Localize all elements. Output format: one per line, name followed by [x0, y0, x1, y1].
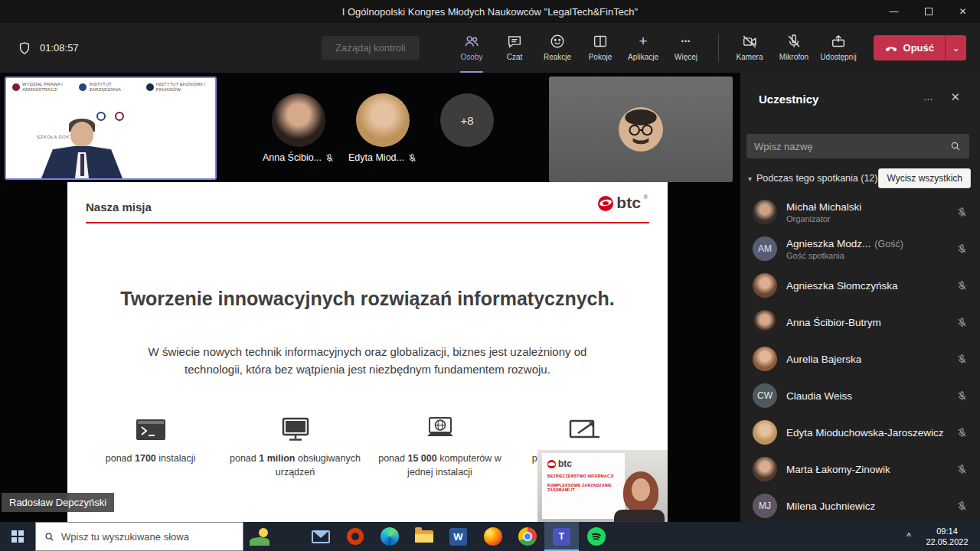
- participant-row[interactable]: CW Claudia Weiss: [740, 377, 980, 414]
- participant-meta: Aurelia Bajerska: [786, 354, 950, 365]
- hangup-phone-icon: [884, 41, 898, 55]
- avatar: [753, 347, 777, 371]
- leave-options-chevron[interactable]: ⌄: [945, 35, 966, 60]
- participant-row[interactable]: Edyta Mioduchowska-Jaroszewicz: [740, 414, 980, 451]
- participant-video-tile[interactable]: [549, 77, 733, 182]
- mic-off-icon[interactable]: [956, 207, 968, 218]
- participant-search: [746, 134, 969, 158]
- participant-search-input[interactable]: [754, 141, 949, 152]
- participant-row[interactable]: AM Agnieszka Modz... (Gość) Gość spotkan…: [740, 230, 980, 267]
- leave-button-group: Opuść ⌄: [874, 35, 966, 60]
- people-icon: [463, 33, 480, 50]
- avatar-initials: CW: [753, 383, 777, 408]
- participant-bubble-anna[interactable]: [272, 93, 325, 147]
- presenter-webcam-overlay[interactable]: btc BEZPIECZEŃSTWO INFORMACJI KOMPLEKSOW…: [537, 450, 668, 522]
- tab-chat[interactable]: Czat: [493, 23, 536, 73]
- taskbar-edge-icon[interactable]: [372, 522, 407, 551]
- participant-row[interactable]: Agnieszka Słomczyńska: [740, 267, 980, 304]
- taskbar-firefox-icon[interactable]: [475, 522, 510, 551]
- taskbar-word-icon[interactable]: W: [441, 522, 475, 551]
- panel-more-button[interactable]: …: [923, 91, 934, 103]
- taskbar-clock[interactable]: 09:14 22.05.2022: [919, 526, 980, 548]
- person-head: [70, 122, 93, 147]
- leave-label: Opuść: [903, 42, 934, 54]
- mic-off-icon[interactable]: [956, 427, 968, 439]
- taskbar-chrome-icon[interactable]: [510, 522, 544, 551]
- taskbar-office-icon[interactable]: [338, 522, 372, 551]
- taskbar-spotify-icon[interactable]: [579, 522, 613, 551]
- taskbar-file-explorer-icon[interactable]: [407, 522, 441, 551]
- tab-reactions[interactable]: Reakcje: [536, 23, 579, 73]
- maximize-button[interactable]: [911, 0, 946, 23]
- participant-row[interactable]: Marta Łakomy-Zinowik: [740, 451, 980, 487]
- logo-group: INSTYTUT ZARZĄDZANIA: [79, 82, 142, 93]
- presenter-person: [614, 471, 665, 522]
- close-button[interactable]: ✕: [946, 0, 980, 23]
- participant-name: Michał Michalski: [786, 201, 861, 213]
- participant-name: Marta Łakomy-Zinowik: [786, 464, 890, 475]
- slide-title: Tworzenie innowacyjnych rozwiązań inform…: [90, 288, 645, 310]
- camera-toggle-button[interactable]: Kamera: [727, 23, 772, 73]
- section-label: Podczas tego spotkania (12): [756, 173, 878, 184]
- registered-mark: ®: [644, 194, 648, 200]
- breakout-rooms-icon: [592, 33, 609, 50]
- participant-row[interactable]: MJ Milena Juchniewicz: [740, 487, 980, 524]
- taskbar-search-input[interactable]: [61, 531, 235, 543]
- shared-presentation-slide: Nasza misja btc ® Tworzenie innowacyjnyc…: [67, 182, 668, 522]
- mute-all-button[interactable]: Wycisz wszystkich: [878, 168, 971, 188]
- guest-tag: (Gość): [874, 239, 903, 249]
- minimize-button[interactable]: —: [877, 0, 911, 23]
- microphone-toggle-button[interactable]: Mikrofon: [772, 23, 816, 73]
- teams-meeting-window: I Ogólnopolski Kongres Młodych Naukowców…: [0, 0, 980, 551]
- search-icon: [44, 531, 55, 543]
- bubble-name-row: Anna Ścibio...: [256, 152, 341, 163]
- tab-people[interactable]: Osoby: [450, 23, 493, 73]
- request-control-button[interactable]: Zażądaj kontroli: [322, 36, 420, 60]
- btc-brand-text: btc: [558, 458, 572, 469]
- search-icon[interactable]: [949, 140, 962, 152]
- more-icon: •••: [681, 33, 691, 50]
- tab-more[interactable]: ••• Więcej: [665, 23, 707, 73]
- start-button[interactable]: [0, 522, 35, 551]
- slide-body-text: W świecie nowych technik informacyjnych …: [138, 343, 597, 379]
- avatar: [619, 107, 663, 152]
- mic-off-icon[interactable]: [956, 317, 968, 328]
- tab-apps[interactable]: + Aplikacje: [622, 23, 665, 73]
- participant-meta: Agnieszka Modz... (Gość) Gość spotkania: [786, 238, 950, 260]
- mic-off-icon[interactable]: [956, 500, 968, 512]
- taskbar-mail-icon[interactable]: [303, 522, 338, 551]
- participant-row[interactable]: Michał Michalski Organizator: [740, 194, 980, 230]
- mic-off-icon[interactable]: [956, 354, 968, 365]
- panel-close-button[interactable]: ✕: [950, 90, 960, 104]
- tab-rooms[interactable]: Pokoje: [579, 23, 622, 73]
- leave-button[interactable]: Opuść: [874, 35, 945, 60]
- mic-off-icon[interactable]: [956, 464, 968, 475]
- meeting-toolbar: 01:08:57 Zażądaj kontroli Osoby Czat R: [0, 23, 980, 73]
- weather-widget[interactable]: [243, 522, 276, 551]
- mic-off-icon[interactable]: [956, 243, 968, 255]
- chat-icon: [506, 33, 523, 50]
- university-seal-icon: [146, 83, 154, 91]
- person-tie: [80, 154, 84, 176]
- taskbar-teams-icon[interactable]: T: [544, 522, 579, 551]
- microphone-off-icon: [786, 33, 802, 50]
- meeting-info: 01:08:57: [17, 23, 79, 73]
- active-speaker-thumbnail[interactable]: WYDZIAŁ PRAWA I ADMINISTRACJI INSTYTUT Z…: [5, 77, 217, 180]
- stat-text: ponad 1 milion obsługiwanych urządzeń: [228, 452, 363, 479]
- participant-bubble-edyta[interactable]: [356, 93, 410, 147]
- plus-icon: +: [639, 33, 647, 50]
- participant-row[interactable]: Aurelia Bajerska: [740, 341, 980, 377]
- university-logos: WYDZIAŁ PRAWA I ADMINISTRACJI INSTYTUT Z…: [12, 82, 209, 93]
- taskbar-search: [35, 522, 243, 551]
- tray-expand-chevron[interactable]: ^: [899, 531, 919, 542]
- logo-group: WYDZIAŁ PRAWA I ADMINISTRACJI: [12, 82, 75, 93]
- share-button[interactable]: Udostępnij: [816, 23, 861, 73]
- participant-role: Organizator: [786, 214, 950, 223]
- participant-row[interactable]: Anna Ścibior-Butrym: [740, 304, 980, 341]
- participant-name: Edyta Mioduchowska-Jaroszewicz: [786, 427, 944, 439]
- in-meeting-section-header[interactable]: ▾ Podczas tego spotkania (12) Wycisz wsz…: [748, 166, 971, 191]
- mic-off-icon[interactable]: [956, 280, 968, 292]
- logo-label: INSTYTUT ZARZĄDZANIA: [89, 82, 142, 93]
- mic-off-icon[interactable]: [956, 390, 968, 402]
- overflow-participants-bubble[interactable]: +8: [440, 93, 494, 147]
